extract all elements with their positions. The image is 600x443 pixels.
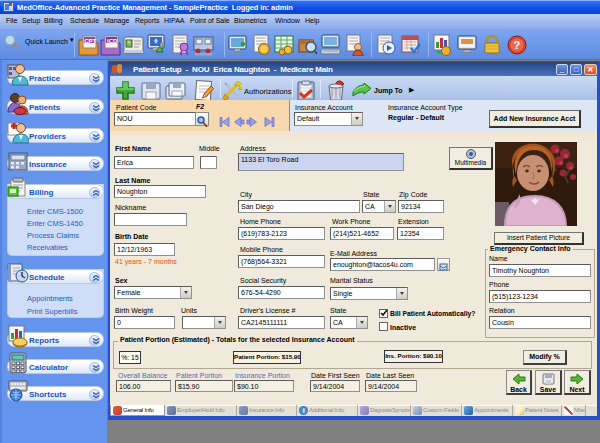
svg-text:?: ? [514, 39, 521, 51]
svg-text:CPT: CPT [84, 38, 96, 44]
svg-text:ICD: ICD [107, 38, 118, 44]
